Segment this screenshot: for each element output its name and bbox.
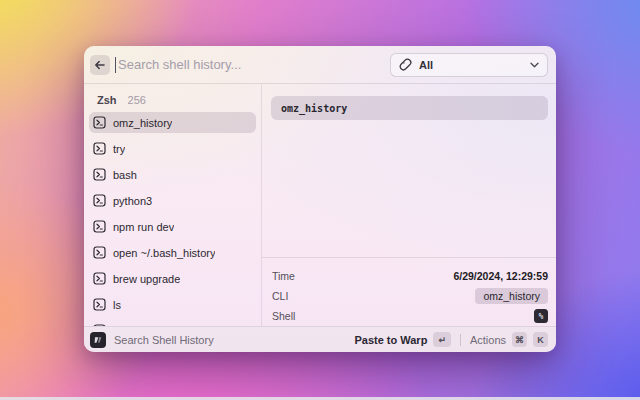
shell-row: Shell % xyxy=(272,306,548,326)
command-text: npm run dev xyxy=(113,221,174,233)
filter-selected-value: All xyxy=(419,59,523,71)
actions-button[interactable]: Actions xyxy=(470,334,506,346)
arrow-left-icon xyxy=(94,59,106,71)
terminal-icon xyxy=(93,220,106,233)
time-row: Time 6/29/2024, 12:29:59 xyxy=(272,266,548,286)
filter-dropdown[interactable]: All xyxy=(390,53,548,77)
history-sidebar: Zsh256 omz_history xyxy=(84,84,262,326)
time-label: Time xyxy=(272,270,295,282)
history-list: omz_history try xyxy=(84,112,261,326)
detail-spacer xyxy=(262,120,556,257)
command-text: bash xyxy=(113,169,137,181)
history-list-item[interactable]: omz_history xyxy=(89,112,256,133)
terminal-icon xyxy=(93,246,106,259)
enter-key-badge[interactable]: ↵ xyxy=(433,332,451,347)
command-text: try xyxy=(113,143,125,155)
main-area: Zsh256 omz_history xyxy=(84,84,556,326)
history-list-item[interactable]: ls xyxy=(89,294,256,315)
footer-separator xyxy=(460,334,461,346)
command-text: python3 xyxy=(113,195,152,207)
cli-value-badge: omz_history xyxy=(475,288,548,304)
command-text: omz_history xyxy=(113,117,172,129)
footer-bar: Search Shell History Paste to Warp ↵ Act… xyxy=(84,326,556,352)
sidebar-header: Zsh256 xyxy=(84,84,261,112)
paste-to-warp-button[interactable]: Paste to Warp xyxy=(354,334,427,346)
history-list-item[interactable]: npm run dev xyxy=(89,216,256,237)
history-list-item[interactable]: python3 xyxy=(89,190,256,211)
command-text: brew upgrade xyxy=(113,273,180,285)
history-list-item[interactable]: try xyxy=(89,138,256,159)
chevron-down-icon xyxy=(530,62,539,68)
k-key-badge[interactable]: K xyxy=(533,332,548,347)
terminal-icon xyxy=(93,272,106,285)
history-count: 256 xyxy=(128,94,146,106)
history-list-item[interactable]: bash xyxy=(89,164,256,185)
warp-logo-icon xyxy=(90,332,106,348)
text-cursor xyxy=(115,57,116,73)
tag-icon xyxy=(399,58,412,71)
command-text: open ~/.bash_history xyxy=(113,247,215,259)
detail-panel: omz_history Time 6/29/2024, 12:29:59 CLI… xyxy=(262,84,556,326)
detail-metadata: Time 6/29/2024, 12:29:59 CLI omz_history… xyxy=(262,258,556,326)
footer-title: Search Shell History xyxy=(114,334,348,346)
terminal-icon xyxy=(93,142,106,155)
back-button[interactable] xyxy=(90,55,110,75)
history-list-item[interactable]: open ~/.bash_history xyxy=(89,242,256,263)
shell-label: Shell xyxy=(272,310,295,322)
cmd-key-badge[interactable]: ⌘ xyxy=(512,332,527,347)
shell-section-label: Zsh xyxy=(97,94,117,106)
time-value: 6/29/2024, 12:29:59 xyxy=(453,270,548,282)
terminal-icon xyxy=(93,116,106,129)
cli-row: CLI omz_history xyxy=(272,286,548,306)
search-input[interactable]: Search shell history... xyxy=(118,57,390,72)
search-shell-history-window: Search shell history... All Zsh256 xyxy=(84,46,556,352)
search-bar: Search shell history... All xyxy=(84,46,556,84)
command-text: ls xyxy=(113,299,121,311)
terminal-icon xyxy=(93,194,106,207)
terminal-icon xyxy=(93,168,106,181)
zsh-shell-icon: % xyxy=(534,309,548,323)
terminal-icon xyxy=(93,298,106,311)
selected-command-box[interactable]: omz_history xyxy=(271,96,548,120)
cli-label: CLI xyxy=(272,290,288,302)
history-list-item[interactable]: brew upgrade xyxy=(89,268,256,289)
